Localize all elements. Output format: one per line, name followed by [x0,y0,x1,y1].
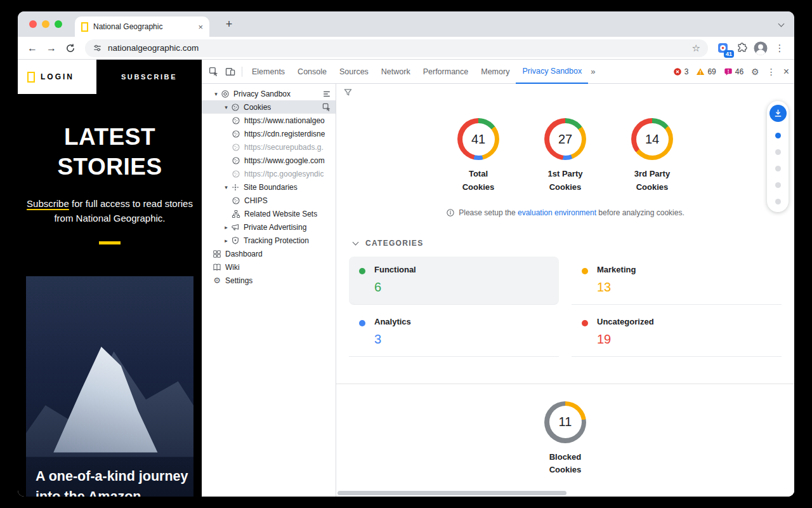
twisty-icon[interactable]: ▾ [212,91,220,97]
tree-item-cookie-origin[interactable]: https://www.nationalgeo [202,114,336,127]
tree-item-cookies[interactable]: ▾ Cookies [202,100,336,114]
reload-button[interactable] [62,40,79,57]
back-button[interactable]: ← [24,40,41,57]
twisty-icon[interactable]: ▾ [222,104,230,110]
forward-button[interactable]: → [43,40,60,57]
blocked-cookies-stat: 11 Blocked Cookies [336,401,794,478]
bookmark-star-icon[interactable]: ☆ [692,43,700,54]
url-text[interactable]: nationalgeographic.com [108,43,686,53]
tree-item-cookie-origin[interactable]: https://tpc.googlesyndic [202,167,336,180]
section-nav-dot[interactable] [775,182,781,188]
tree-item-cookie-origin[interactable]: https://cdn.registerdisne [202,127,336,140]
tab-console[interactable]: Console [291,60,333,84]
device-toolbar-icon[interactable] [222,64,239,80]
tab-elements[interactable]: Elements [246,60,291,84]
tree-item-related-website-sets[interactable]: Related Website Sets [202,207,336,220]
category-count: 3 [374,332,411,347]
tab-sources[interactable]: Sources [333,60,375,84]
category-count: 19 [597,332,654,347]
natgeo-favicon-icon [81,22,88,32]
devtools-kebab-icon[interactable]: ⋮ [767,67,776,77]
category-card-functional[interactable]: Functional 6 [349,257,559,305]
categories-section-header[interactable]: CATEGORIES [353,239,794,248]
tree-item-site-boundaries[interactable]: ▾ Site Boundaries [202,180,336,194]
close-window-button[interactable] [29,20,37,28]
filter-icon[interactable] [343,88,353,97]
devtools-close-icon[interactable]: × [783,66,789,77]
minimize-window-button[interactable] [42,20,49,28]
devtools-settings-gear-icon[interactable]: ⚙ [751,67,759,77]
tree-item-private-advertising[interactable]: ▸ Private Advertising [202,220,336,234]
tab-memory[interactable]: Memory [475,60,516,84]
inspect-icon[interactable] [321,102,332,112]
twisty-icon[interactable]: ▾ [222,184,230,190]
subscribe-link[interactable]: Subscribe [27,198,69,209]
categories-header-label: CATEGORIES [365,239,423,248]
sidebar-menu-icon[interactable] [321,88,332,99]
devtools-tabbar: Elements Console Sources Network Perform… [202,60,794,84]
tree-item-cookie-origin[interactable]: https://www.google.com [202,154,336,167]
blocked-cookies-value: 11 [559,415,572,429]
inspect-element-icon[interactable] [206,64,222,80]
category-card-analytics[interactable]: Analytics 3 [349,309,559,357]
promo-text: Subscribe for full access to read storie… [26,196,193,226]
console-errors[interactable]: 3 [673,67,689,76]
floating-nav-toolbar [767,101,789,212]
evaluation-environment-link[interactable]: evaluation environment [518,208,596,217]
headline-line1: LATEST [18,122,202,152]
profile-avatar [753,41,768,56]
error-icon [673,67,682,76]
privacy-sandbox-sidebar: ▾ Privacy Sandbox ▾ Cookies [202,84,336,497]
section-nav-dot[interactable] [775,166,781,171]
twisty-icon[interactable]: ▸ [222,224,230,231]
more-tabs-icon[interactable]: » [588,67,598,76]
tree-item-tracking-protection[interactable]: ▸ Tracking Protection [202,234,336,247]
address-bar[interactable]: nationalgeographic.com ☆ [85,39,708,57]
site-settings-icon[interactable] [93,43,102,53]
cookie-icon [231,169,241,179]
section-nav-dot[interactable] [775,133,781,138]
browser-menu-kebab-icon[interactable]: ⋮ [771,40,788,57]
browser-toolbar: ← → nationalgeographic.com ☆ 41 ⋮ [18,37,794,60]
tree-item-dashboard[interactable]: Dashboard [202,247,336,260]
tab-network[interactable]: Network [375,60,417,84]
info-prefix: Please setup the [459,208,518,217]
cookie-icon [230,102,240,112]
page-title: LATEST STORIES [18,122,202,182]
scrollbar-thumb[interactable] [337,491,566,495]
issues-counter[interactable]: 46 [724,67,743,76]
zoom-window-button[interactable] [55,20,62,28]
horizontal-scrollbar[interactable] [336,490,794,497]
console-warnings[interactable]: 69 [696,67,716,76]
categories-grid: Functional 6 Marketing 13 [349,257,782,357]
category-card-uncategorized[interactable]: Uncategorized 19 [572,309,782,357]
cookie-icon [231,156,241,166]
tab-close-icon[interactable]: × [198,23,203,31]
login-button[interactable]: LOGIN [41,72,74,81]
tree-item-privacy-sandbox[interactable]: ▾ Privacy Sandbox [202,87,336,100]
book-icon [212,262,222,272]
site-brand[interactable]: LOGIN [18,60,96,94]
subscribe-button[interactable]: SUBSCRIBE [96,60,202,94]
tree-item-cookie-origin[interactable]: https://securepubads.g. [202,140,336,154]
section-nav-dot[interactable] [775,149,781,155]
first-party-cookies-stat: 27 1st Party Cookies [540,118,591,194]
twisty-icon[interactable]: ▸ [222,237,230,244]
story-caption[interactable]: A one-of-a-kind journey into the Amazon [36,466,188,497]
extensions-button[interactable] [733,40,750,57]
category-card-marketing[interactable]: Marketing 13 [572,257,782,305]
download-report-button[interactable] [769,105,787,122]
cookie-extension-button[interactable]: 41 [714,40,731,57]
new-tab-button[interactable]: + [222,17,236,31]
tab-search-chevron-icon[interactable] [775,19,787,30]
browser-tab[interactable]: National Geographic × [75,17,209,37]
tree-item-settings[interactable]: ⚙ Settings [202,274,336,287]
tab-privacy-sandbox[interactable]: Privacy Sandbox [516,60,588,84]
tree-item-chips[interactable]: CHIPS [202,194,336,207]
tree-item-wiki[interactable]: Wiki [202,260,336,274]
story-photo[interactable]: A one-of-a-kind journey into the Amazon [26,276,193,497]
collapse-chevron-icon[interactable] [353,239,359,245]
profile-button[interactable] [752,40,769,57]
section-nav-dot[interactable] [775,199,781,204]
tab-performance[interactable]: Performance [417,60,475,84]
